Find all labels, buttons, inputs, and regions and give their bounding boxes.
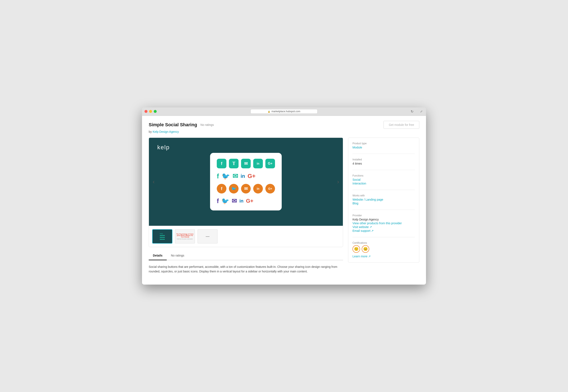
visit-website-text: Visit website: [353, 225, 369, 229]
window-controls: [144, 110, 157, 113]
thumb-2-img: The Psychology of Color(And What It Mean…: [175, 230, 195, 243]
by-prefix: by: [149, 130, 153, 133]
certifications-section: Certifications 🙂 😐 Learn more ↗: [353, 241, 415, 258]
main-layout: ‹ kelp f 𝕋 ✉ in G+: [149, 138, 419, 278]
installed-section: Installed 4 times: [353, 158, 415, 170]
thumb-1[interactable]: kelp■■■■■■■■■■■■■■■: [152, 229, 172, 244]
page-header: Simple Social Sharing No ratings Get mod…: [149, 121, 419, 129]
li-icon-r2: in: [241, 173, 245, 179]
cert-badge-2: 😐: [362, 245, 369, 253]
functions-section: Functions Social Interaction: [353, 174, 415, 190]
gp-icon-r1: G+: [265, 159, 275, 168]
tw-icon-r4: 🐦: [221, 197, 229, 205]
icon-row-1: f 𝕋 ✉ in G+: [217, 159, 275, 168]
by-line: by Kelp Design Agency: [149, 130, 419, 133]
social-icons-card: f 𝕋 ✉ in G+ f 🐦 ✉ in: [210, 153, 282, 210]
em-icon-r2: ✉: [232, 172, 238, 180]
cert-badge-1: 🙂: [353, 245, 360, 253]
cert-icon-1: 🙂: [354, 247, 358, 251]
product-type-value[interactable]: Module: [353, 146, 415, 149]
details-text: Social sharing buttons that are performa…: [149, 265, 343, 274]
provider-section: Provider Kelp Design Agency View other p…: [353, 214, 415, 237]
works-with2-link[interactable]: Blog: [353, 202, 415, 205]
li-icon-r3: in: [253, 184, 263, 194]
expand-button[interactable]: ⤢: [420, 110, 423, 113]
left-panel: ‹ kelp f 𝕋 ✉ in G+: [149, 138, 343, 278]
em-icon-r1: ✉: [241, 159, 251, 168]
email-support-link[interactable]: Email support ↗: [353, 229, 415, 232]
thumb-1-img: kelp■■■■■■■■■■■■■■■: [153, 230, 172, 243]
thumb-3[interactable]: ●●●●●●: [198, 229, 218, 244]
author-link[interactable]: Kelp Design Agency: [153, 130, 179, 133]
tw-icon-r3: 🐦: [229, 184, 239, 194]
gp-icon-r4: G+: [246, 198, 254, 204]
titlebar: 🔒 marketplace.hubspot.com ↻ ⤢: [142, 107, 426, 116]
reload-button[interactable]: ↻: [411, 110, 413, 113]
product-type-section: Product type Module: [353, 142, 415, 154]
icon-row-2: f 🐦 ✉ in G+: [217, 172, 275, 180]
provider-name: Kelp Design Agency: [353, 218, 415, 221]
li-icon-r1: in: [253, 159, 263, 168]
thumb-3-img: ●●●●●●: [198, 230, 217, 243]
fb-icon-r3: f: [217, 184, 227, 194]
gp-icon-r3: G+: [265, 184, 275, 194]
url-text: marketplace.hubspot.com: [271, 110, 300, 113]
icon-row-4: f 🐦 ✉ in G+: [217, 197, 275, 205]
fb-icon-r4: f: [217, 197, 219, 205]
learn-more-link[interactable]: Learn more ↗: [353, 255, 371, 258]
title-group: Simple Social Sharing No ratings: [149, 122, 214, 127]
ratings-badge: No ratings: [200, 123, 214, 126]
carousel-thumbs: kelp■■■■■■■■■■■■■■■ The Psychology of Co…: [149, 226, 343, 247]
tabs-bar: Details No ratings: [149, 251, 343, 260]
function1-link[interactable]: Social: [353, 178, 415, 181]
tw-icon-r2: 🐦: [222, 172, 230, 180]
next-arrow[interactable]: ›: [335, 176, 341, 187]
external-icon-2: ↗: [371, 229, 374, 232]
works-with1-link[interactable]: Website / Landing page: [353, 198, 415, 201]
view-other-link[interactable]: View other products from this provider: [353, 222, 415, 225]
close-button[interactable]: [144, 110, 147, 113]
url-bar[interactable]: 🔒 marketplace.hubspot.com: [251, 109, 317, 114]
browser-window: 🔒 marketplace.hubspot.com ↻ ⤢ Simple Soc…: [142, 107, 426, 285]
get-module-button[interactable]: Get module for free: [383, 121, 419, 129]
tab-details[interactable]: Details: [149, 251, 167, 260]
kelp-logo: kelp: [157, 144, 170, 151]
certifications-label: Certifications: [353, 241, 415, 244]
icon-row-3: f 🐦 ✉ in G+: [217, 184, 275, 194]
cert-badges: 🙂 😐: [353, 245, 415, 253]
product-type-label: Product type: [353, 142, 415, 145]
li-icon-r4: in: [239, 198, 243, 204]
fb-icon-r1: f: [217, 159, 227, 168]
installed-value: 4 times: [353, 162, 415, 165]
email-support-text: Email support: [353, 229, 370, 232]
page-content: Simple Social Sharing No ratings Get mod…: [142, 116, 426, 285]
prev-arrow[interactable]: ‹: [151, 176, 157, 187]
em-icon-r4: ✉: [232, 197, 237, 205]
external-icon-3: ↗: [368, 255, 371, 258]
provider-label: Provider: [353, 214, 415, 217]
minimize-button[interactable]: [149, 110, 152, 113]
lock-icon: 🔒: [268, 110, 270, 113]
works-with-label: Works with: [353, 194, 415, 197]
right-panel: Product type Module Installed 4 times Fu…: [348, 138, 419, 263]
tab-ratings[interactable]: No ratings: [167, 251, 188, 260]
em-icon-r3: ✉: [241, 184, 251, 194]
page-title: Simple Social Sharing: [149, 122, 197, 127]
tw-icon-r1: 𝕋: [229, 159, 239, 168]
carousel-main: ‹ kelp f 𝕋 ✉ in G+: [149, 138, 343, 226]
maximize-button[interactable]: [154, 110, 157, 113]
cert-icon-2: 😐: [363, 247, 368, 251]
works-with-section: Works with Website / Landing page Blog: [353, 194, 415, 210]
functions-label: Functions: [353, 174, 415, 177]
tab-content-details: Social sharing buttons that are performa…: [149, 260, 343, 278]
visit-website-link[interactable]: Visit website ↗: [353, 225, 415, 229]
external-icon-1: ↗: [369, 225, 372, 229]
image-carousel: ‹ kelp f 𝕋 ✉ in G+: [149, 138, 343, 247]
gp-icon-r2: G+: [248, 173, 256, 180]
thumb-2[interactable]: The Psychology of Color(And What It Mean…: [175, 229, 195, 244]
fb-icon-r2: f: [217, 172, 219, 180]
installed-label: Installed: [353, 158, 415, 161]
function2-link[interactable]: Interaction: [353, 182, 415, 185]
